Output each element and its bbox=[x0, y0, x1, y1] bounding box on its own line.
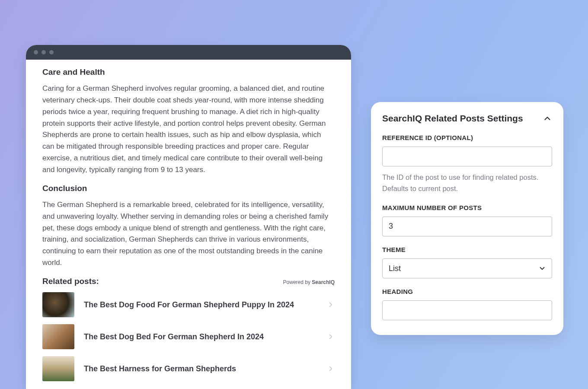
related-posts-heading: Related posts: bbox=[42, 277, 99, 286]
settings-panel: SearchIQ Related Posts Settings REFERENC… bbox=[371, 102, 563, 335]
window-titlebar bbox=[26, 45, 351, 60]
field-reference-id: REFERENCE ID (OPTIONAL) The ID of the po… bbox=[382, 134, 552, 194]
related-post-item[interactable]: The Best Harness for German Shepherds bbox=[42, 356, 335, 381]
heading-input[interactable] bbox=[382, 300, 552, 320]
related-post-item[interactable]: The Best Dog Food For German Shepherd Pu… bbox=[42, 292, 335, 317]
field-max-posts: MAXIMUM NUMBER OF POSTS bbox=[382, 204, 552, 236]
section-heading-conclusion: Conclusion bbox=[42, 184, 335, 193]
reference-id-input[interactable] bbox=[382, 147, 552, 166]
chevron-right-icon bbox=[327, 365, 335, 373]
field-label: MAXIMUM NUMBER OF POSTS bbox=[382, 204, 552, 211]
powered-brand: SearchIQ bbox=[312, 279, 335, 285]
related-post-thumbnail bbox=[42, 356, 74, 381]
window-dot-close[interactable] bbox=[34, 50, 38, 54]
article-preview-window: Care and Health Caring for a German Shep… bbox=[26, 45, 351, 389]
related-post-title: The Best Harness for German Shepherds bbox=[84, 364, 317, 373]
powered-by-label: Powered by SearchIQ bbox=[283, 279, 335, 285]
related-post-thumbnail bbox=[42, 292, 74, 317]
related-post-title: The Best Dog Food For German Shepherd Pu… bbox=[84, 300, 317, 309]
chevron-up-icon bbox=[543, 114, 552, 123]
section-heading-care: Care and Health bbox=[42, 67, 335, 77]
theme-select[interactable]: List bbox=[382, 258, 552, 278]
article-content: Care and Health Caring for a German Shep… bbox=[26, 60, 351, 389]
related-post-item[interactable]: The Best Dog Bed For German Shepherd In … bbox=[42, 324, 335, 349]
related-posts-list: The Best Dog Food For German Shepherd Pu… bbox=[42, 292, 335, 381]
field-label: HEADING bbox=[382, 288, 552, 295]
powered-prefix: Powered by bbox=[283, 279, 312, 285]
section-body-care: Caring for a German Shepherd involves re… bbox=[42, 83, 335, 176]
field-theme: THEME List bbox=[382, 246, 552, 278]
settings-panel-title: SearchIQ Related Posts Settings bbox=[382, 113, 523, 124]
related-post-thumbnail bbox=[42, 324, 74, 349]
section-body-conclusion: The German Shepherd is a remarkable bree… bbox=[42, 199, 335, 269]
related-posts-header: Related posts: Powered by SearchIQ bbox=[42, 277, 335, 286]
chevron-right-icon bbox=[327, 301, 335, 309]
field-label: THEME bbox=[382, 246, 552, 253]
settings-panel-header[interactable]: SearchIQ Related Posts Settings bbox=[382, 113, 552, 124]
related-post-title: The Best Dog Bed For German Shepherd In … bbox=[84, 332, 317, 341]
window-dot-max[interactable] bbox=[49, 50, 54, 54]
field-help-text: The ID of the post to use for finding re… bbox=[382, 172, 552, 194]
max-posts-input[interactable] bbox=[382, 217, 552, 236]
field-label: REFERENCE ID (OPTIONAL) bbox=[382, 134, 552, 141]
chevron-right-icon bbox=[327, 333, 335, 341]
field-heading: HEADING bbox=[382, 288, 552, 320]
window-dot-min[interactable] bbox=[42, 50, 46, 54]
